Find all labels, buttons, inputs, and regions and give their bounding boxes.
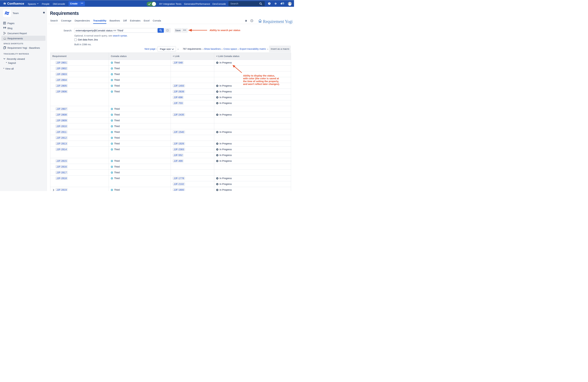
svg-text:?: ?: [167, 30, 168, 31]
svg-text:?: ?: [252, 20, 252, 22]
svg-text:?: ?: [269, 3, 270, 4]
